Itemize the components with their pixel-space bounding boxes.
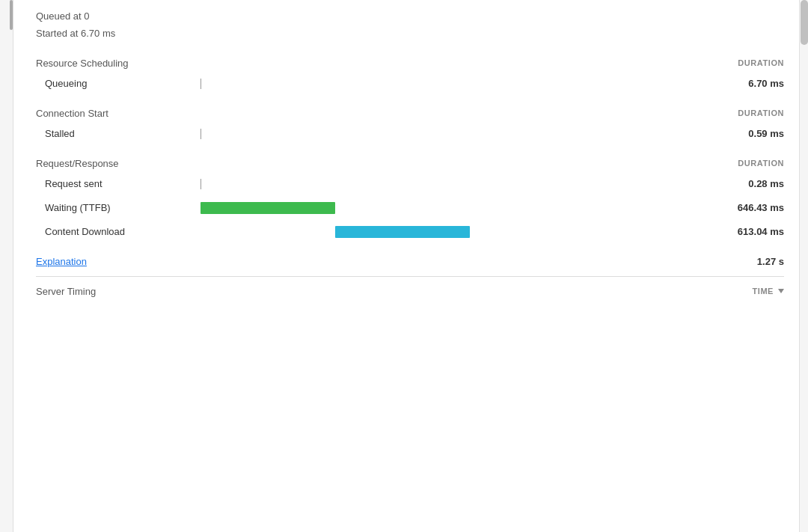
total-duration: 1.27 s [717,256,784,267]
scrollbar-thumb[interactable] [801,0,808,45]
connection-start-title: Connection Start [36,108,108,119]
request-response-title: Request/Response [36,158,119,169]
queueing-tick [201,79,201,89]
ttfb-label: Waiting (TTFB) [36,202,156,213]
ttfb-duration: 646.43 ms [717,202,784,213]
request-sent-row: Request sent 0.28 ms [36,174,784,195]
stalled-bar-area [156,125,717,143]
scrollbar[interactable] [799,0,808,532]
content-download-row: Content Download 613.04 ms [36,221,784,242]
left-gutter [0,0,13,532]
resource-scheduling-section: Resource Scheduling DURATION Queueing 6.… [36,58,784,94]
server-timing-title: Server Timing [36,286,96,297]
connection-start-section: Connection Start DURATION Stalled 0.59 m… [36,108,784,144]
ttfb-bar [201,202,335,214]
explanation-link[interactable]: Explanation [36,256,87,267]
server-timing-row: Server Timing TIME [36,277,784,302]
content-download-label: Content Download [36,226,156,237]
queued-at-label: Queued at 0 [36,7,784,25]
stalled-tick [201,129,201,139]
chevron-down-icon[interactable] [778,289,784,293]
resource-scheduling-title: Resource Scheduling [36,58,129,69]
started-at-label: Started at 6.70 ms [36,25,784,42]
content-download-bar [335,226,470,238]
resource-scheduling-header: Resource Scheduling DURATION [36,58,784,69]
request-sent-bar-area [156,175,717,193]
request-sent-label: Request sent [36,178,156,189]
stalled-label: Stalled [36,128,156,139]
request-response-header: Request/Response DURATION [36,158,784,169]
stalled-row: Stalled 0.59 ms [36,123,784,144]
resource-scheduling-duration-label: DURATION [717,58,784,67]
connection-start-header: Connection Start DURATION [36,108,784,119]
request-sent-tick [201,179,201,189]
stalled-duration: 0.59 ms [717,128,784,139]
meta-info: Queued at 0 Started at 6.70 ms [36,7,784,43]
server-timing-time-label: TIME [753,287,784,296]
request-response-duration-label: DURATION [717,159,784,168]
content-download-bar-area [156,223,717,241]
main-content: Queued at 0 Started at 6.70 ms Resource … [13,0,799,532]
content-download-duration: 613.04 ms [717,226,784,237]
request-sent-duration: 0.28 ms [717,178,784,189]
queueing-row: Queueing 6.70 ms [36,73,784,94]
ttfb-row: Waiting (TTFB) 646.43 ms [36,198,784,218]
ttfb-bar-area [156,199,717,217]
queueing-duration: 6.70 ms [717,78,784,89]
explanation-row: Explanation 1.27 s [36,256,784,267]
queueing-label: Queueing [36,78,156,89]
request-response-section: Request/Response DURATION Request sent 0… [36,158,784,242]
left-scroll-indicator [10,0,13,30]
queueing-bar-area [156,75,717,93]
connection-start-duration-label: DURATION [717,108,784,117]
